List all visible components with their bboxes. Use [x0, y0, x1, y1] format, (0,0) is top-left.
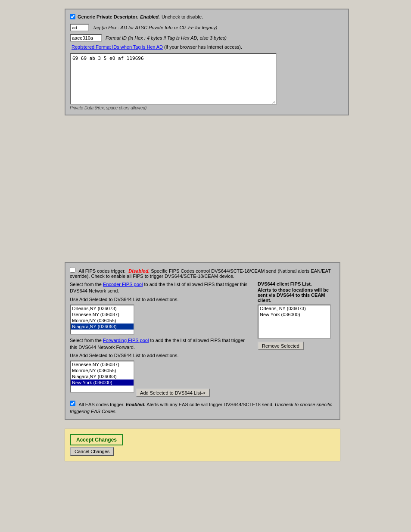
encoder-pool-instruction: Use Add Selected to DVS644 List to add s… [70, 296, 253, 303]
forwarding-pool-listbox[interactable]: Genesee,NY (036037) Monroe,NY (036055) N… [70, 361, 134, 393]
action-section: Accept Changes Cancel Changes [65, 429, 340, 461]
forwarding-pool-text-pre: Select from the [70, 338, 103, 343]
dvs644-title: DVS644 client FIPS List. [258, 281, 335, 286]
encoder-item-1[interactable]: Genesee,NY (036037) [71, 311, 134, 317]
fips-status: Disabled. [128, 268, 149, 274]
forwarding-pool-instruction: Use Add Selected to DVS644 List to add s… [70, 352, 253, 359]
dvs644-client-listbox[interactable]: Orleans, NY (036073) New York (036000) [258, 305, 331, 339]
tag-label: Tag (in Hex : AD for ATSC Private Info o… [93, 25, 217, 30]
forwarding-item-0[interactable]: Genesee,NY (036037) [71, 361, 134, 367]
forwarding-pool-description: Select from the Forwarding FIPS pool to … [70, 337, 253, 351]
eas-all-checkbox[interactable] [70, 401, 75, 406]
encoder-item-0[interactable]: Orleans,NY (036073) [71, 305, 134, 311]
remove-selected-button[interactable]: Remove Selected [258, 342, 304, 350]
forwarding-item-2[interactable]: Niagara,NY (036063) [71, 373, 134, 380]
eas-text-pre: All EAS codes trigger. [78, 402, 124, 407]
forwarding-pool-link[interactable]: Forwarding FIPS pool [103, 338, 149, 343]
fips-right-section: DVS644 client FIPS List. Alerts to those… [258, 281, 335, 397]
encoder-pool-text-pre: Select from the [70, 282, 103, 287]
forwarding-item-3[interactable]: New York (036000) [71, 380, 134, 386]
panel-enabled-status: Enabled. [140, 14, 160, 19]
accept-changes-button[interactable]: Accept Changes [70, 434, 123, 445]
enabled-checkbox[interactable] [70, 14, 75, 19]
panel-title-row: Generic Private Descriptor. Enabled. Unc… [70, 14, 344, 19]
dvs644-item-0[interactable]: Orleans, NY (036073) [258, 305, 330, 311]
panel-title-text: Generic Private Descriptor. [78, 14, 138, 19]
format-id-link-suffix: (if your browser has Internet access). [163, 44, 242, 50]
format-id-input[interactable] [70, 34, 102, 42]
generic-private-descriptor-panel: Generic Private Descriptor. Enabled. Unc… [65, 9, 349, 115]
tag-field-row: Tag (in Hex : AD for ATSC Private Info o… [70, 24, 344, 31]
fips-panel: All FIPS codes trigger. Disabled. Specif… [65, 262, 340, 420]
panel-title-suffix: Uncheck to disable. [162, 14, 203, 19]
format-id-label: Format ID (in Hex : 4 bytes if Tag is He… [106, 35, 227, 40]
format-id-link[interactable]: Registered Format IDs when Tag is Hex AD [72, 44, 163, 50]
encoder-pool-listbox[interactable]: Orleans,NY (036073) Genesee,NY (036037) … [70, 305, 134, 335]
encoder-item-2[interactable]: Monroe,NY (036055) [71, 317, 134, 324]
private-data-hint: Private Data (Hex, space chars allowed) [70, 106, 344, 110]
cancel-changes-button[interactable]: Cancel Changes [70, 447, 114, 456]
dvs644-item-1[interactable]: New York (036000) [258, 311, 330, 317]
fips-all-checkbox[interactable] [70, 267, 75, 273]
format-id-field-row: Format ID (in Hex : 4 bytes if Tag is He… [70, 34, 344, 42]
eas-status: Enabled. [126, 402, 146, 407]
fips-body: Select from the Encoder FIPS pool to add… [70, 281, 335, 397]
fips-title-row: All FIPS codes trigger. Disabled. Specif… [70, 267, 335, 279]
eas-line: All EAS codes trigger. Enabled. Alerts w… [70, 401, 335, 415]
encoder-pool-link[interactable]: Encoder FIPS pool [103, 282, 143, 287]
add-selected-button[interactable]: Add Selected to DVS644 List-> [136, 389, 210, 397]
encoder-item-3[interactable]: Niagara,NY (036063) [71, 324, 134, 330]
forwarding-item-1[interactable]: Monroe,NY (036055) [71, 367, 134, 373]
dvs644-desc: Alerts to those locations will be sent v… [258, 287, 335, 303]
fips-title-text: All FIPS codes trigger. [78, 268, 125, 274]
eas-text-post: Alerts with any EAS code will trigger DV… [146, 402, 274, 407]
private-data-textarea[interactable]: 69 69 ab 3 5 e0 af 119696 [70, 53, 277, 105]
fips-left-section: Select from the Encoder FIPS pool to add… [70, 281, 253, 397]
format-id-link-line: Registered Format IDs when Tag is Hex AD… [72, 44, 344, 50]
encoder-pool-description: Select from the Encoder FIPS pool to add… [70, 281, 253, 295]
tag-input[interactable] [70, 24, 89, 31]
